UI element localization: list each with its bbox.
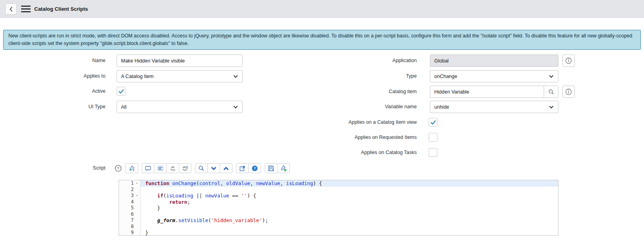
find-next-icon: [211, 165, 217, 172]
applies-on-requested-items-label: Applies on Requested Items: [310, 133, 417, 142]
chevron-down-icon: [548, 74, 554, 79]
reference-lookup-button[interactable]: [544, 86, 558, 98]
type-label: Type: [310, 70, 417, 82]
code-line[interactable]: 2: [119, 187, 558, 193]
active-checkbox[interactable]: [117, 87, 125, 96]
code-text: function onChange(control, oldValue, new…: [141, 180, 558, 187]
type-select[interactable]: onChange: [430, 70, 558, 82]
back-button[interactable]: [5, 3, 17, 15]
format-code-icon: [157, 165, 164, 172]
svg-text:ac: ac: [184, 168, 187, 171]
code-line[interactable]: 6: [119, 211, 558, 218]
code-line[interactable]: 8: [119, 224, 558, 230]
applies-on-catalog-tasks-checkbox[interactable]: [429, 148, 437, 157]
application-input: [430, 55, 558, 67]
code-line[interactable]: 9}: [119, 230, 558, 236]
variable-name-value: unhide: [434, 104, 548, 110]
catalog-item-info-button[interactable]: [562, 86, 575, 98]
fold-arrow-placeholder: [134, 187, 140, 193]
chevron-down-icon: [233, 74, 238, 79]
applies-on-requested-items-checkbox[interactable]: [429, 133, 437, 142]
gutter-line-number: 1▾: [119, 180, 141, 187]
toolbar-button-group: [265, 163, 290, 173]
gutter-line-number: 2: [119, 187, 141, 193]
applies-to-value: A Catalog Item: [121, 74, 233, 79]
toggle-comment-button[interactable]: [142, 163, 154, 173]
script-toolbar: ?abacabac?: [115, 163, 290, 174]
open-window-button[interactable]: [236, 163, 249, 173]
info-icon: [565, 88, 572, 95]
applies-on-catalog-tasks-label: Applies on Catalog Tasks: [310, 148, 417, 157]
code-text: [141, 224, 558, 230]
gutter-line-number: 3▾: [119, 193, 141, 199]
chevron-left-icon: [8, 6, 14, 12]
ui-type-value: All: [121, 104, 233, 110]
variable-name-select[interactable]: unhide: [430, 101, 558, 113]
search-button[interactable]: [195, 163, 208, 173]
info-icon: [565, 57, 572, 64]
info-banner: New client-scripts are run in strict mod…: [3, 30, 641, 50]
code-line[interactable]: 1▾function onChange(control, oldValue, n…: [119, 180, 558, 187]
catalog-item-field: [430, 86, 558, 98]
code-text: }: [141, 205, 558, 211]
active-label: Active: [16, 87, 105, 96]
script-editor[interactable]: 1▾function onChange(control, oldValue, n…: [119, 180, 558, 236]
code-text: g_form.setVisible('hidden_variable');: [141, 217, 558, 224]
svg-text:ac: ac: [172, 168, 176, 171]
gutter-line-number: 4: [119, 199, 141, 205]
code-line[interactable]: 7 g_form.setVisible('hidden_variable');: [119, 217, 558, 224]
replace-button[interactable]: abac: [166, 163, 179, 173]
svg-text:?: ?: [117, 166, 119, 170]
applies-to-select[interactable]: A Catalog Item: [117, 70, 243, 82]
syntax-check-icon: [280, 165, 287, 172]
toggle-comment-icon: [145, 165, 151, 172]
applies-on-catalog-item-view-checkbox[interactable]: [429, 118, 437, 127]
save-button[interactable]: [265, 163, 277, 173]
code-line[interactable]: 3▾ if(isLoading || newValue == '') {: [119, 193, 558, 199]
toolbar-button-group: [195, 163, 232, 173]
open-window-icon: [239, 165, 246, 172]
ui-type-select[interactable]: All: [117, 101, 243, 113]
code-line[interactable]: 5 }: [119, 205, 558, 211]
code-text: }: [141, 230, 558, 236]
search-icon: [548, 89, 554, 95]
application-label: Application: [310, 55, 417, 67]
search-icon: [198, 165, 205, 172]
help-icon: ?: [252, 165, 258, 172]
syntax-check-button[interactable]: [277, 163, 290, 173]
catalog-item-input[interactable]: [430, 86, 544, 98]
form-context-menu-icon[interactable]: [21, 6, 31, 12]
fold-arrow-placeholder: [134, 217, 140, 224]
gutter-line-number: 8: [119, 224, 141, 230]
code-text: if(isLoading || newValue == '') {: [141, 193, 558, 199]
format-code-button[interactable]: [154, 163, 167, 173]
page-title: Catalog Client Scripts: [34, 0, 88, 18]
fold-arrow-placeholder: [134, 199, 140, 205]
chevron-down-icon: [548, 104, 554, 110]
chevron-down-icon: [233, 104, 238, 110]
fold-arrow-placeholder: [134, 211, 140, 218]
gutter-line-number: 9: [119, 230, 141, 236]
application-info-button[interactable]: [562, 55, 575, 67]
ui-type-label: UI Type: [16, 101, 105, 113]
toolbar-button-group: abacabac: [142, 163, 191, 173]
fold-arrow-icon[interactable]: ▾: [134, 193, 140, 199]
code-line[interactable]: 4 return;: [119, 199, 558, 205]
name-label: Name: [16, 55, 105, 67]
replace-all-button[interactable]: abac: [179, 163, 191, 173]
code-text: [141, 211, 558, 218]
gutter-line-number: 6: [119, 211, 141, 218]
gutter-line-number: 7: [119, 217, 141, 224]
syntax-highlight-button[interactable]: [125, 163, 138, 173]
replace-icon: abac: [170, 165, 176, 172]
fold-arrow-icon[interactable]: ▾: [134, 180, 140, 187]
catalog-item-label: Catalog item: [310, 86, 417, 98]
info-banner-text: New client-scripts are run in strict mod…: [8, 33, 632, 46]
help-button[interactable]: ?: [248, 163, 261, 173]
name-input[interactable]: [117, 55, 243, 67]
find-next-button[interactable]: [207, 163, 220, 173]
context-help-icon[interactable]: ?: [115, 165, 122, 172]
code-text: return;: [141, 199, 558, 205]
toolbar-button-group: ?: [236, 163, 261, 173]
find-previous-button[interactable]: [220, 163, 232, 173]
